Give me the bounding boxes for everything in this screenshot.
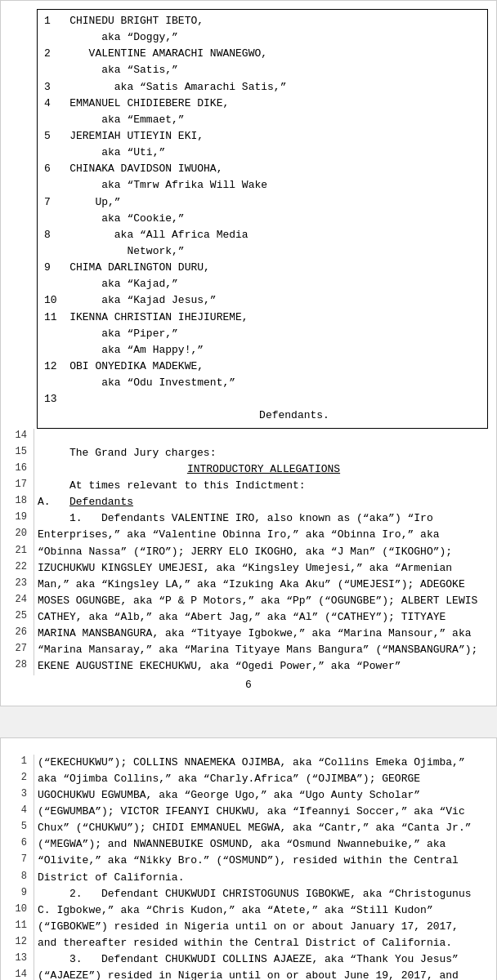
box-line-9: aka “Uti,” bbox=[44, 145, 481, 161]
line-content-20: Enterprises,” aka “Valentine Obinna Iro,… bbox=[34, 527, 496, 543]
line-18: 18 A. Defendants bbox=[1, 494, 496, 510]
p2-line-num-2: 2 bbox=[1, 771, 34, 783]
page-number-1: 6 bbox=[1, 675, 496, 697]
line-26: 26 MARINA MANSBANGURA, aka “Tityaye Igbo… bbox=[1, 626, 496, 642]
line-content-24: MOSES OGUNGBE, aka “P & P Motors,” aka “… bbox=[34, 593, 496, 609]
p2-line-content-2: aka “Ojimba Collins,” aka “Charly.Africa… bbox=[34, 771, 496, 787]
line-19: 19 1. Defendants VALENTINE IRO, also kno… bbox=[1, 510, 496, 527]
line-num-23: 23 bbox=[1, 577, 34, 589]
line-content-19: 1. Defendants VALENTINE IRO, also known … bbox=[34, 510, 496, 527]
line-num-14: 14 bbox=[1, 429, 34, 441]
box-line-10: 6 CHINAKA DAVIDSON IWUOHA, bbox=[44, 161, 481, 177]
p2-line-num-5: 5 bbox=[1, 820, 34, 832]
p2-line-content-14: (“AJAEZE”) resided in Nigeria until on o… bbox=[34, 968, 496, 980]
box-line-25: Defendants. bbox=[44, 408, 481, 424]
line-28: 28 EKENE AUGUSTINE EKECHUKWU, aka “Ogedi… bbox=[1, 658, 496, 675]
p2-line-3: 3 UGOCHUKWU EGWUMBA, aka “George Ugo,” a… bbox=[1, 787, 496, 804]
p2-line-2: 2 aka “Ojimba Collins,” aka “Charly.Afri… bbox=[1, 771, 496, 787]
box-line-6: 4 EMMANUEL CHIDIEBERE DIKE, bbox=[44, 96, 481, 112]
p2-line-13: 13 3. Defendant CHUKWUDI COLLINS AJAEZE,… bbox=[1, 951, 496, 968]
line-23: 23 Man,” aka “Kingsley LA,” aka “Izuking… bbox=[1, 577, 496, 593]
p2-line-10: 10 C. Igbokwe,” aka “Chris Kudon,” aka “… bbox=[1, 902, 496, 919]
line-content-18: A. Defendants bbox=[34, 494, 496, 510]
box-line-11: aka “Tmrw Afrika Will Wake bbox=[44, 177, 481, 194]
line-16: 16 INTRODUCTORY ALLEGATIONS bbox=[1, 461, 496, 478]
p2-line-content-8: District of California. bbox=[34, 870, 496, 886]
box-line-3: 2 VALENTINE AMARACHI NWANEGWO, bbox=[44, 46, 481, 62]
line-21: 21 “Obinna Nassa” (“IRO”); JERRY ELO IKO… bbox=[1, 544, 496, 560]
line-content-14 bbox=[34, 429, 496, 445]
line-num-25: 25 bbox=[1, 609, 34, 621]
p2-line-num-8: 8 bbox=[1, 870, 34, 882]
p2-line-14: 14 (“AJAEZE”) resided in Nigeria until o… bbox=[1, 968, 496, 980]
box-line-1: 1 CHINEDU BRIGHT IBETO, bbox=[44, 13, 481, 29]
p2-line-content-1: (“EKECHUKWU”); COLLINS NNAEMEKA OJIMBA, … bbox=[34, 755, 496, 771]
p2-line-12: 12 and thereafter resided within the Cen… bbox=[1, 935, 496, 951]
line-content-17: At times relevant to this Indictment: bbox=[34, 478, 496, 494]
line-content-28: EKENE AUGUSTINE EKECHUKWU, aka “Ogedi Po… bbox=[34, 658, 496, 675]
p2-line-num-14: 14 bbox=[1, 968, 34, 980]
p2-line-num-10: 10 bbox=[1, 902, 34, 915]
box-line-13: aka “Cookie,” bbox=[44, 211, 481, 227]
page-2: 1 (“EKECHUKWU”); COLLINS NNAEMEKA OJIMBA… bbox=[0, 737, 497, 980]
p2-line-num-6: 6 bbox=[1, 836, 34, 849]
p2-line-content-4: (“EGWUMBA”); VICTOR IFEANYI CHUKWU, aka … bbox=[34, 804, 496, 820]
line-content-25: CATHEY, aka “Alb,” aka “Abert Jag,” aka … bbox=[34, 609, 496, 626]
p2-line-num-9: 9 bbox=[1, 886, 34, 898]
line-num-18: 18 bbox=[1, 494, 34, 506]
page-1: 1 CHINEDU BRIGHT IBETO, aka “Doggy,” 2 V… bbox=[0, 0, 497, 706]
box-line-4: aka “Satis,” bbox=[44, 62, 481, 78]
box-line-2: aka “Doggy,” bbox=[44, 29, 481, 46]
p2-line-num-11: 11 bbox=[1, 919, 34, 931]
box-line-22: 12 OBI ONYEDIKA MADEKWE, bbox=[44, 359, 481, 375]
p2-line-7: 7 “Olivite,” aka “Nikky Bro.” (“OSMUND”)… bbox=[1, 853, 496, 869]
box-line-17: aka “Kajad,” bbox=[44, 276, 481, 292]
line-content-26: MARINA MANSBANGURA, aka “Tityaye Igbokwe… bbox=[34, 626, 496, 642]
line-15: 15 The Grand Jury charges: bbox=[1, 445, 496, 461]
p2-line-content-5: Chux” (“CHUKWU”); CHIDI EMMANUEL MEGWA, … bbox=[34, 820, 496, 836]
p2-line-num-12: 12 bbox=[1, 935, 34, 947]
line-24: 24 MOSES OGUNGBE, aka “P & P Motors,” ak… bbox=[1, 593, 496, 609]
line-22: 22 IZUCHUKWU KINGSLEY UMEJESI, aka “King… bbox=[1, 560, 496, 577]
p2-line-num-1: 1 bbox=[1, 755, 34, 767]
line-27: 27 “Marina Mansaray,” aka “Marina Tityay… bbox=[1, 642, 496, 658]
line-num-21: 21 bbox=[1, 544, 34, 556]
box-line-15: Network,” bbox=[44, 243, 481, 260]
p2-line-content-9: 2. Defendant CHUKWUDI CHRISTOGUNUS IGBOK… bbox=[34, 886, 496, 902]
p2-line-4: 4 (“EGWUMBA”); VICTOR IFEANYI CHUKWU, ak… bbox=[1, 804, 496, 820]
line-content-16: INTRODUCTORY ALLEGATIONS bbox=[34, 461, 496, 478]
line-num-15: 15 bbox=[1, 445, 34, 457]
p2-line-num-3: 3 bbox=[1, 787, 34, 800]
line-content-23: Man,” aka “Kingsley LA,” aka “Izuking Ak… bbox=[34, 577, 496, 593]
line-num-16: 16 bbox=[1, 461, 34, 474]
p2-line-1: 1 (“EKECHUKWU”); COLLINS NNAEMEKA OJIMBA… bbox=[1, 755, 496, 771]
box-line-5: 3 aka “Satis Amarachi Satis,” bbox=[44, 79, 481, 96]
page-separator bbox=[0, 723, 497, 737]
line-num-28: 28 bbox=[1, 658, 34, 670]
box-line-14: 8 aka “All Africa Media bbox=[44, 227, 481, 243]
box-line-20: aka “Piper,” bbox=[44, 326, 481, 342]
defendants-box: 1 CHINEDU BRIGHT IBETO, aka “Doggy,” 2 V… bbox=[37, 9, 488, 429]
p2-line-9: 9 2. Defendant CHUKWUDI CHRISTOGUNUS IGB… bbox=[1, 886, 496, 902]
line-num-22: 22 bbox=[1, 560, 34, 572]
line-num-27: 27 bbox=[1, 642, 34, 654]
line-17: 17 At times relevant to this Indictment: bbox=[1, 478, 496, 494]
line-20: 20 Enterprises,” aka “Valentine Obinna I… bbox=[1, 527, 496, 543]
defendants-label: Defendants bbox=[69, 496, 133, 508]
p2-line-num-4: 4 bbox=[1, 804, 34, 816]
p2-line-content-3: UGOCHUKWU EGWUMBA, aka “George Ugo,” aka… bbox=[34, 787, 496, 804]
line-14: 14 bbox=[1, 429, 496, 445]
p2-line-8: 8 District of California. bbox=[1, 870, 496, 886]
p2-line-content-10: C. Igbokwe,” aka “Chris Kudon,” aka “Ate… bbox=[34, 902, 496, 919]
line-num-26: 26 bbox=[1, 626, 34, 638]
box-line-24: 13 bbox=[44, 391, 481, 408]
box-line-12: 7 Up,” bbox=[44, 194, 481, 211]
introductory-label: INTRODUCTORY ALLEGATIONS bbox=[187, 463, 340, 475]
box-line-21: aka “Am Happy!,” bbox=[44, 342, 481, 359]
p2-line-content-13: 3. Defendant CHUKWUDI COLLINS AJAEZE, ak… bbox=[34, 951, 496, 968]
box-line-7: aka “Emmaet,” bbox=[44, 112, 481, 128]
line-num-17: 17 bbox=[1, 478, 34, 490]
p2-line-5: 5 Chux” (“CHUKWU”); CHIDI EMMANUEL MEGWA… bbox=[1, 820, 496, 836]
p2-line-6: 6 (“MEGWA”); and NWANNEBUIKE OSMUND, aka… bbox=[1, 836, 496, 853]
p2-line-content-12: and thereafter resided within the Centra… bbox=[34, 935, 496, 951]
